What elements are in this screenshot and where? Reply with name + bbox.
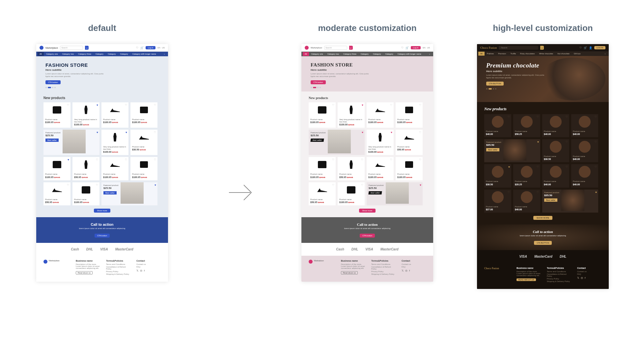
product-card[interactable]: ♡Product name$50.95 $249.95: [72, 157, 99, 180]
hero-cta-button[interactable]: CTA BUTTON: [486, 82, 504, 86]
footer-link[interactable]: Shipping & Delivery Policy: [371, 273, 396, 275]
about-button[interactable]: Read about us: [341, 271, 358, 274]
product-card[interactable]: ♡Product name$40.00: [571, 164, 598, 187]
product-card[interactable]: ♡Product name$50.95 $249.95: [309, 182, 336, 205]
nav-item[interactable]: Category one: [44, 52, 60, 56]
heart-icon[interactable]: ♥: [362, 104, 363, 107]
search-input[interactable]: ⌕ Search: [499, 46, 538, 50]
heart-icon[interactable]: ♥: [97, 131, 98, 134]
nav-item[interactable]: Pralines: [485, 52, 496, 56]
chevron-right-icon[interactable]: ›: [427, 53, 432, 55]
featured-product-card[interactable]: ♥ Featured product$25.50Best seller: [309, 130, 365, 155]
product-card[interactable]: ♡Product name$189.95 $249.95: [367, 157, 394, 180]
heart-icon[interactable]: ♡: [508, 116, 510, 118]
search-input[interactable]: Search: [324, 46, 347, 50]
heart-icon[interactable]: ♡: [361, 158, 363, 161]
hero-cta-button[interactable]: CTA button: [45, 80, 61, 84]
heart-icon[interactable]: ♡: [332, 184, 334, 187]
product-card[interactable]: ♡Product name$189.95 $249.95: [72, 182, 99, 205]
heart-icon[interactable]: ♡: [419, 158, 421, 161]
heart-icon[interactable]: ♡: [96, 158, 98, 161]
product-card[interactable]: ♡Product name$189.95 $249.95: [367, 102, 394, 128]
nav-item[interactable]: Gift box: [572, 52, 583, 56]
footer-link[interactable]: Privacy Policy: [547, 278, 571, 280]
product-card[interactable]: ♥Very long product name in two lines$100…: [338, 102, 365, 128]
hero-cta-button[interactable]: CTA button: [311, 80, 326, 84]
facebook-icon[interactable]: f: [409, 269, 410, 272]
product-card[interactable]: ♡Product name$50.95 $249.95: [43, 182, 70, 205]
carousel-dots[interactable]: [311, 87, 424, 88]
footer-link[interactable]: Terms and Conditions: [547, 271, 571, 272]
heart-icon[interactable]: ♡: [537, 116, 539, 118]
heart-icon[interactable]: ♡: [390, 158, 392, 161]
cart-icon[interactable]: 🛒: [406, 46, 409, 49]
product-card[interactable]: ♥Very long product name in two lines$100…: [101, 130, 128, 155]
nav-item[interactable]: Category three: [341, 52, 358, 56]
footer-link[interactable]: Shipping & Delivery Policy: [547, 280, 571, 282]
heart-icon[interactable]: ♡: [332, 158, 334, 161]
about-button[interactable]: Read about us: [76, 271, 93, 274]
heart-icon[interactable]: ♥: [154, 184, 156, 187]
heart-icon[interactable]: ♡: [154, 158, 156, 161]
nav-item[interactable]: Ruby chocolates: [518, 52, 537, 56]
heart-icon[interactable]: ♡: [566, 141, 568, 143]
heart-icon[interactable]: ♡: [595, 141, 597, 143]
cart-icon[interactable]: 🛒: [140, 46, 144, 49]
product-card[interactable]: ♡Product name$40.00: [542, 114, 569, 137]
cta-button[interactable]: CTA BUTTON: [534, 241, 551, 245]
heart-icon[interactable]: ♥: [595, 191, 597, 194]
footer-link[interactable]: Contact us: [136, 263, 161, 265]
nav-all[interactable]: All: [38, 52, 44, 56]
heart-icon[interactable]: ♡: [566, 166, 568, 168]
product-card[interactable]: ♡Product name$27.00: [484, 190, 511, 213]
twitter-icon[interactable]: 𝕏: [136, 269, 138, 272]
search-button[interactable]: ⌕: [85, 46, 89, 50]
heart-icon[interactable]: ♡: [537, 191, 539, 194]
heart-icon[interactable]: ♡: [390, 104, 392, 107]
carousel-dots[interactable]: [486, 88, 600, 90]
footer-link[interactable]: Privacy Policy: [371, 271, 396, 272]
heart-icon[interactable]: ♡: [361, 184, 363, 187]
featured-product-card[interactable]: ♥ Featured product$35.50Best seller: [484, 139, 540, 162]
nav-item[interactable]: Category one: [309, 52, 325, 56]
heart-icon[interactable]: ♡: [125, 158, 127, 161]
twitter-icon[interactable]: 𝕏: [402, 269, 404, 272]
instagram-icon[interactable]: ◎: [405, 269, 407, 272]
nav-item[interactable]: Category two: [325, 52, 341, 56]
product-card[interactable]: ♡Product name$50.25: [513, 114, 540, 137]
featured-product-card[interactable]: ♥ Featured product$35.50Best seller: [542, 190, 598, 213]
nav-item[interactable]: Category: [371, 52, 383, 56]
featured-product-card[interactable]: ♥ Featured product$25.50Best seller: [43, 130, 99, 155]
chevron-right-icon[interactable]: ›: [162, 53, 167, 55]
show-more-button[interactable]: Show more: [359, 209, 376, 213]
facebook-icon[interactable]: f: [585, 276, 585, 279]
lang-selector[interactable]: EN · US: [157, 47, 165, 49]
cta-button[interactable]: CTA button: [360, 234, 375, 238]
lang-selector[interactable]: EN · US: [423, 47, 430, 49]
heart-icon[interactable]: ♡: [595, 116, 597, 118]
footer-link[interactable]: FAQ: [577, 273, 602, 275]
product-card[interactable]: ♡Product name$30.50 $249.95: [130, 130, 157, 155]
product-card[interactable]: ♡Product name$50.95 $249.95: [396, 130, 423, 155]
nav-item[interactable]: Category: [383, 52, 395, 56]
footer-link[interactable]: Contact us: [577, 271, 602, 272]
product-card[interactable]: ♡Product name$189.95 $249.95: [101, 102, 128, 128]
product-card[interactable]: ♡Product name$189.95 $249.95: [130, 157, 157, 180]
heart-icon[interactable]: ♡: [154, 131, 156, 134]
cart-icon[interactable]: 🛒: [584, 46, 587, 49]
cta-button[interactable]: CTA button: [95, 234, 110, 238]
heart-icon[interactable]: ♡: [332, 104, 334, 107]
heart-icon[interactable]: ♥: [362, 131, 363, 134]
product-card[interactable]: ♡Product name$189.95 $249.95: [309, 157, 336, 180]
nav-item[interactable]: Category three: [76, 52, 93, 56]
nav-item[interactable]: Category: [94, 52, 105, 56]
heart-icon[interactable]: ♡: [419, 104, 421, 107]
heart-icon[interactable]: ♥: [537, 141, 539, 143]
footer-link[interactable]: Terms and Conditions: [106, 263, 130, 265]
about-button[interactable]: READ ABOUT US: [517, 278, 536, 281]
nav-item[interactable]: Hot chocolate: [555, 52, 572, 56]
nav-item[interactable]: Category: [106, 52, 118, 56]
carousel-dots[interactable]: [45, 87, 159, 88]
nav-all[interactable]: All: [303, 52, 309, 56]
heart-icon[interactable]: ♥: [391, 131, 392, 134]
